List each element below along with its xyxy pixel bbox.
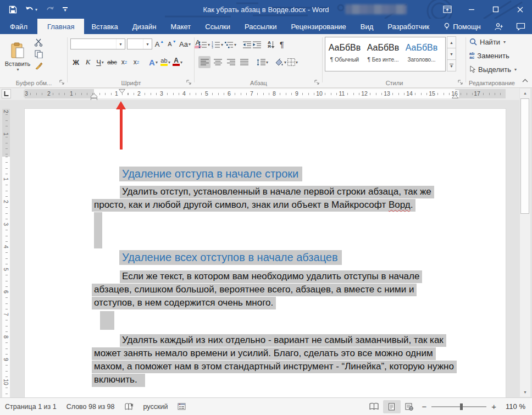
misspelled-word: Ворд: [389, 200, 411, 210]
view-print-layout-button[interactable]: [383, 400, 401, 413]
comments-button[interactable]: [510, 19, 532, 34]
align-left-button[interactable]: [198, 56, 210, 68]
scissors-icon: [34, 38, 43, 47]
status-word-count[interactable]: Слово 98 из 98: [62, 403, 120, 411]
styles-scroll-up-button[interactable]: ▲: [447, 36, 456, 48]
undo-button[interactable]: ▾: [25, 5, 37, 13]
styles-group: АаБбВв ¶ Обычный АаБбВв ¶ Без инте... Аа…: [324, 34, 465, 87]
format-painter-button[interactable]: [34, 62, 43, 70]
tab-home[interactable]: Главная: [37, 19, 84, 34]
grow-font-button[interactable]: A▲: [154, 38, 165, 50]
tab-insert[interactable]: Вставка: [84, 19, 125, 34]
bold-button[interactable]: Ж: [70, 56, 81, 68]
first-line-indent-marker[interactable]: [119, 89, 125, 93]
save-button[interactable]: [9, 5, 17, 14]
status-language[interactable]: русский: [138, 403, 173, 411]
font-group: ▾ ▾ A▲ A▼ Aa▾ A Ж К Ч▾ abc x2 x2 A▾: [69, 34, 193, 87]
status-macro-button[interactable]: [173, 403, 191, 410]
redo-button[interactable]: [46, 5, 54, 13]
tab-design[interactable]: Дизайн: [125, 19, 164, 34]
shrink-font-button[interactable]: A▼: [167, 38, 178, 50]
underline-button[interactable]: Ч▾: [95, 56, 106, 68]
tab-stop-selector[interactable]: [2, 89, 11, 98]
select-button[interactable]: Выделить ▾: [469, 63, 517, 75]
styles-scroll-down-button[interactable]: ▼: [447, 48, 456, 60]
document-page[interactable]: Удаление отступа в начале строки Удалить…: [25, 109, 506, 397]
status-page-count[interactable]: Страница 1 из 1: [0, 403, 62, 411]
decrease-indent-button[interactable]: [243, 41, 251, 48]
ruler-left-margin: [25, 89, 94, 98]
show-marks-button[interactable]: ¶: [276, 38, 287, 51]
shading-button[interactable]: ▾: [275, 58, 286, 66]
vertical-ruler[interactable]: 21 12345678910: [2, 109, 10, 397]
ruler-number: 7: [249, 90, 254, 97]
copy-button[interactable]: [34, 50, 43, 58]
view-web-layout-button[interactable]: [401, 400, 418, 413]
font-size-combobox[interactable]: ▾: [127, 38, 152, 49]
share-button[interactable]: [488, 19, 510, 34]
right-indent-marker[interactable]: [452, 94, 458, 98]
status-proofing-button[interactable]: [120, 403, 138, 411]
multilevel-list-button[interactable]: ▾: [225, 41, 236, 48]
paste-button[interactable]: Вставить ▾: [3, 37, 32, 77]
line-spacing-button[interactable]: ▾: [257, 59, 268, 66]
vertical-scrollbar[interactable]: ▲ ▼: [519, 88, 530, 397]
svg-text:3: 3: [212, 46, 213, 48]
tab-view[interactable]: Вид: [353, 19, 381, 34]
tab-review[interactable]: Рецензирование: [284, 19, 353, 34]
sort-button[interactable]: АЯ: [268, 41, 275, 48]
paragraph-dialog-launcher[interactable]: [314, 79, 320, 86]
font-name-combobox[interactable]: ▾: [70, 38, 125, 49]
replace-button[interactable]: abac Заменить: [469, 49, 517, 62]
align-right-button[interactable]: [225, 56, 237, 68]
style-no-spacing[interactable]: АаБбВв ¶ Без инте...: [364, 37, 402, 71]
zoom-percentage[interactable]: 110 %: [500, 402, 532, 411]
view-read-mode-button[interactable]: [365, 400, 383, 413]
text-effects-button[interactable]: A▾: [148, 56, 159, 68]
scroll-down-button[interactable]: ▼: [520, 388, 530, 397]
tab-mailings[interactable]: Рассылки: [237, 19, 284, 34]
styles-dialog-launcher[interactable]: [457, 79, 464, 86]
customize-quick-access-button[interactable]: ▾: [63, 7, 68, 12]
change-case-button[interactable]: Aa▾: [179, 38, 191, 50]
strikethrough-button[interactable]: abc: [107, 56, 118, 68]
zoom-slider-thumb[interactable]: [460, 403, 463, 410]
superscript-button[interactable]: x2: [131, 56, 142, 68]
zoom-in-button[interactable]: +: [487, 402, 500, 411]
align-center-button[interactable]: [212, 56, 224, 68]
undo-caret-icon: ▾: [35, 7, 37, 12]
zoom-out-button[interactable]: −: [418, 402, 431, 411]
font-color-button[interactable]: A▾: [172, 56, 183, 68]
find-button[interactable]: Найти ▾: [469, 36, 517, 48]
scrollbar-thumb[interactable]: [520, 98, 529, 214]
ribbon-display-options-button[interactable]: [435, 0, 459, 19]
subscript-button[interactable]: x2: [119, 56, 130, 68]
bullets-button[interactable]: ▾: [198, 41, 210, 48]
borders-button[interactable]: ▾: [287, 58, 298, 66]
increase-indent-button[interactable]: [253, 41, 261, 48]
collapse-ribbon-button[interactable]: [522, 75, 528, 85]
tab-layout[interactable]: Макет: [163, 19, 198, 34]
numbering-button[interactable]: 123 ▾: [212, 41, 223, 48]
style-normal[interactable]: АаБбВв ¶ Обычный: [325, 37, 364, 71]
tab-tell-me[interactable]: Помощн: [436, 19, 488, 34]
tab-file[interactable]: Файл: [0, 19, 37, 34]
styles-more-button[interactable]: ▼: [447, 59, 456, 71]
annotation-arrow: [116, 101, 126, 150]
horizontal-ruler[interactable]: 321 12345678910111213141516 17: [12, 89, 518, 98]
maximize-button[interactable]: [484, 0, 508, 19]
scroll-up-button[interactable]: ▲: [520, 88, 530, 98]
style-heading1[interactable]: АаБбВв Заголово...: [402, 37, 441, 71]
cut-button[interactable]: [34, 38, 43, 47]
italic-button[interactable]: К: [82, 56, 93, 68]
close-button[interactable]: [508, 0, 532, 19]
justify-button[interactable]: [238, 56, 250, 68]
minimize-button[interactable]: [459, 0, 484, 19]
ruler-number: 3: [159, 90, 164, 97]
zoom-slider[interactable]: [431, 406, 486, 407]
tab-developer[interactable]: Разработчик: [380, 19, 436, 34]
clipboard-dialog-launcher[interactable]: [59, 79, 65, 86]
highlight-button[interactable]: ab▾: [160, 56, 171, 68]
tab-references[interactable]: Ссылки: [198, 19, 237, 34]
font-dialog-launcher[interactable]: [186, 79, 192, 86]
